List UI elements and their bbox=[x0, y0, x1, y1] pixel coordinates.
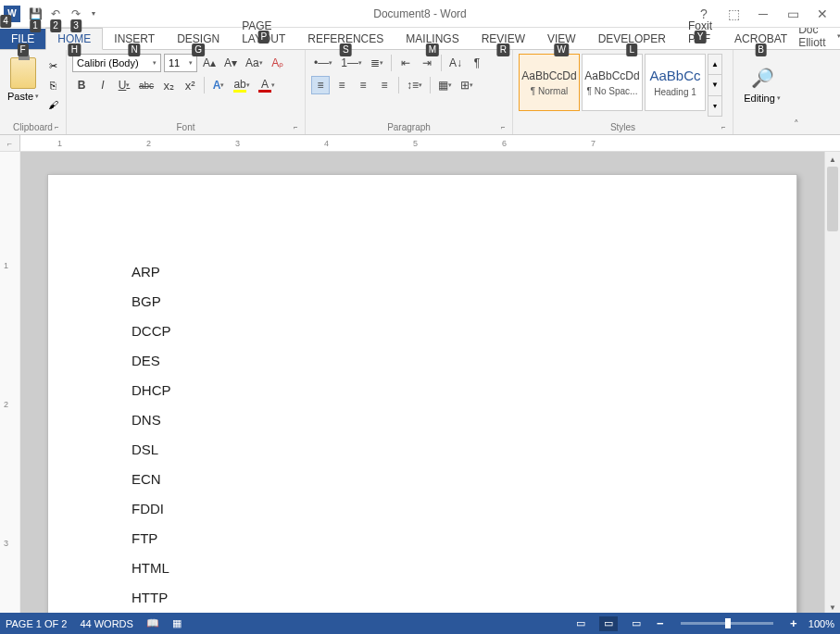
show-hide-button[interactable]: ¶ bbox=[468, 54, 486, 72]
tab-foxit-pdf[interactable]: Foxit PDFY bbox=[677, 16, 723, 49]
tab-acrobat[interactable]: ACROBATB bbox=[723, 29, 798, 49]
document-line[interactable]: DCCP bbox=[132, 323, 713, 339]
decrease-indent-button[interactable]: ⇤ bbox=[396, 54, 415, 72]
text-effects-button[interactable]: A▾ bbox=[209, 76, 228, 94]
qat-redo-button[interactable]: ↷3 bbox=[67, 5, 85, 23]
cut-button[interactable]: ✂ bbox=[44, 57, 61, 74]
underline-button[interactable]: U▾ bbox=[115, 76, 133, 94]
strikethrough-button[interactable]: abc bbox=[136, 76, 157, 94]
document-line[interactable]: ARP bbox=[132, 264, 713, 280]
zoom-level[interactable]: 100% bbox=[809, 618, 834, 629]
view-print-layout-button[interactable]: ▭ bbox=[599, 616, 618, 631]
grow-font-button[interactable]: A▴ bbox=[200, 54, 219, 72]
bold-button[interactable]: B bbox=[72, 76, 91, 94]
gallery-down-button[interactable]: ▼ bbox=[708, 75, 721, 95]
minimize-button[interactable]: ─ bbox=[753, 4, 773, 24]
align-center-button[interactable]: ≡ bbox=[332, 76, 351, 94]
tab-references[interactable]: REFERENCESS bbox=[296, 29, 395, 49]
document-line[interactable]: HTML bbox=[132, 560, 713, 576]
tab-mailings[interactable]: MAILINGSM bbox=[395, 29, 470, 49]
scroll-up-button[interactable]: ▲ bbox=[825, 152, 840, 167]
change-case-button[interactable]: Aa▾ bbox=[243, 54, 266, 72]
scroll-thumb[interactable] bbox=[827, 167, 838, 231]
document-line[interactable]: DHCP bbox=[132, 382, 713, 398]
style-no-spacing[interactable]: AaBbCcDd ¶ No Spac... bbox=[582, 54, 643, 111]
style-heading-1[interactable]: AaBbCc Heading 1 bbox=[645, 54, 706, 111]
restore-button[interactable]: ▭ bbox=[783, 4, 803, 24]
zoom-out-button[interactable]: − bbox=[655, 616, 666, 630]
font-name-combo[interactable]: Calibri (Body)▾ bbox=[72, 54, 161, 72]
font-dialog-launcher[interactable]: ⌐ bbox=[290, 121, 301, 132]
line-spacing-button[interactable]: ↕≡▾ bbox=[404, 76, 425, 94]
zoom-in-button[interactable]: + bbox=[788, 616, 799, 630]
document-line[interactable]: DES bbox=[132, 353, 713, 368]
justify-button[interactable]: ≡ bbox=[375, 76, 394, 94]
gallery-up-button[interactable]: ▲ bbox=[708, 55, 721, 75]
align-right-button[interactable]: ≡ bbox=[354, 76, 372, 94]
document-line[interactable]: HTTP bbox=[132, 590, 713, 605]
zoom-slider[interactable] bbox=[681, 622, 773, 625]
tab-developer[interactable]: DEVELOPERL bbox=[587, 29, 677, 49]
horizontal-ruler[interactable]: 1234567 bbox=[20, 135, 824, 151]
shading-button[interactable]: ▦▾ bbox=[435, 76, 455, 94]
font-color-button[interactable]: A▾ bbox=[256, 76, 278, 94]
close-button[interactable]: ✕ bbox=[812, 4, 833, 24]
ribbon-display-button[interactable]: ⬚ bbox=[723, 4, 744, 24]
ruler-corner[interactable]: ⌐ bbox=[0, 135, 20, 151]
sort-button[interactable]: A↓ bbox=[446, 54, 465, 72]
shrink-font-button[interactable]: A▾ bbox=[221, 54, 240, 72]
editing-label: Editing bbox=[744, 93, 775, 104]
zoom-slider-thumb[interactable] bbox=[725, 618, 731, 628]
paste-button[interactable]: Paste▾ bbox=[6, 54, 41, 117]
paragraph-dialog-launcher[interactable]: ⌐ bbox=[497, 121, 508, 132]
status-word-count[interactable]: 44 WORDS bbox=[80, 618, 132, 629]
status-macro[interactable]: ▦ bbox=[172, 617, 182, 629]
document-line[interactable]: ECN bbox=[132, 471, 713, 487]
highlight-button[interactable]: ab▾ bbox=[231, 76, 253, 94]
document-line[interactable]: FDDI bbox=[132, 501, 713, 516]
numbering-button[interactable]: 1—▾ bbox=[338, 54, 365, 72]
tab-design[interactable]: DESIGNG bbox=[166, 29, 231, 49]
tab-view[interactable]: VIEWW bbox=[536, 29, 587, 49]
editing-button[interactable]: 🔎 Editing▾ bbox=[739, 54, 785, 117]
status-proofing[interactable]: 📖 bbox=[146, 617, 159, 629]
bullets-button[interactable]: •—▾ bbox=[311, 54, 335, 72]
align-left-button[interactable]: ≡ bbox=[311, 76, 330, 94]
document-line[interactable]: BGP bbox=[132, 293, 713, 309]
format-painter-button[interactable]: 🖌 bbox=[44, 96, 61, 113]
multilevel-list-button[interactable]: ≣▾ bbox=[368, 54, 386, 72]
borders-button[interactable]: ⊞▾ bbox=[458, 76, 476, 94]
qat-undo-button[interactable]: ↶2 bbox=[46, 5, 65, 23]
view-read-mode-button[interactable]: ▭ bbox=[571, 616, 590, 631]
page[interactable]: ARPBGPDCCPDESDHCPDNSDSLECNFDDIFTPHTMLHTT… bbox=[47, 174, 797, 615]
tab-insert[interactable]: INSERTN bbox=[103, 29, 166, 49]
highlight-icon: ab bbox=[233, 78, 245, 91]
gallery-more-button[interactable]: ▾ bbox=[708, 96, 721, 116]
vertical-ruler[interactable]: 123 bbox=[0, 152, 20, 615]
vertical-scrollbar[interactable]: ▲ ▼ bbox=[824, 152, 840, 615]
copy-button[interactable]: ⎘ bbox=[44, 77, 61, 93]
document-line[interactable]: FTP bbox=[132, 530, 713, 546]
collapse-ribbon-button[interactable]: ˄ bbox=[794, 118, 799, 131]
grow-font-icon: A▴ bbox=[203, 56, 216, 69]
view-web-layout-button[interactable]: ▭ bbox=[627, 616, 646, 631]
group-font: Calibri (Body)▾ 11▾ A▴ A▾ Aa▾ Aᵨ B I U▾ … bbox=[67, 50, 306, 134]
superscript-button[interactable]: x² bbox=[181, 76, 199, 94]
font-size-combo[interactable]: 11▾ bbox=[164, 54, 197, 72]
style-normal[interactable]: AaBbCcDd ¶ Normal bbox=[519, 54, 580, 111]
qat-save-button[interactable]: 💾1 bbox=[26, 5, 44, 23]
save-icon: 💾 bbox=[29, 7, 43, 20]
italic-button[interactable]: I bbox=[94, 76, 112, 94]
clear-formatting-button[interactable]: Aᵨ bbox=[269, 54, 287, 72]
clipboard-dialog-launcher[interactable]: ⌐ bbox=[51, 121, 62, 132]
tab-page-layout[interactable]: PAGE LAYOUTP bbox=[231, 16, 296, 49]
tab-review[interactable]: REVIEWR bbox=[470, 29, 536, 49]
qat-customize-button[interactable]: ▼4 bbox=[87, 5, 100, 23]
document-line[interactable]: DSL bbox=[132, 441, 713, 457]
increase-indent-button[interactable]: ⇥ bbox=[418, 54, 436, 72]
styles-dialog-launcher[interactable]: ⌐ bbox=[718, 121, 729, 132]
subscript-button[interactable]: x₂ bbox=[159, 76, 178, 94]
separator bbox=[398, 77, 399, 93]
document-line[interactable]: DNS bbox=[132, 412, 713, 428]
status-page[interactable]: PAGE 1 OF 2 bbox=[6, 618, 67, 629]
